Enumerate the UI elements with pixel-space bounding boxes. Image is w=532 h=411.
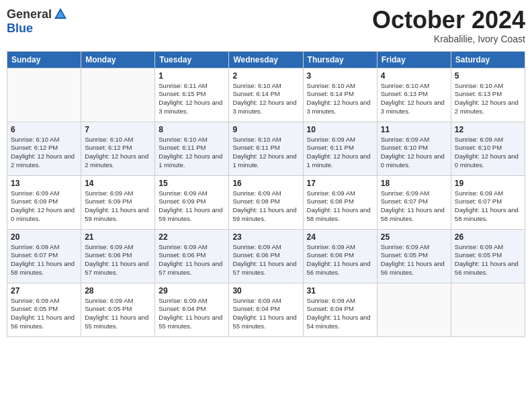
day-number: 18 — [381, 179, 447, 188]
day-number: 14 — [85, 179, 151, 188]
day-info: Sunrise: 6:09 AMSunset: 6:07 PMDaylight:… — [11, 243, 77, 277]
day-number: 29 — [159, 286, 225, 295]
day-number: 30 — [232, 286, 299, 295]
calendar-cell: 16Sunrise: 6:09 AMSunset: 6:08 PMDayligh… — [229, 175, 303, 229]
day-info: Sunrise: 6:09 AMSunset: 6:09 PMDaylight:… — [159, 189, 225, 224]
day-info: Sunrise: 6:09 AMSunset: 6:07 PMDaylight:… — [381, 189, 447, 224]
calendar-cell: 3Sunrise: 6:10 AMSunset: 6:14 PMDaylight… — [303, 68, 377, 122]
day-info: Sunrise: 6:09 AMSunset: 6:04 PMDaylight:… — [232, 297, 299, 331]
calendar-cell: 4Sunrise: 6:10 AMSunset: 6:13 PMDaylight… — [377, 68, 451, 122]
calendar-cell: 21Sunrise: 6:09 AMSunset: 6:06 PMDayligh… — [81, 229, 155, 283]
day-info: Sunrise: 6:09 AMSunset: 6:07 PMDaylight:… — [455, 189, 521, 224]
calendar-cell — [81, 68, 155, 122]
day-number: 9 — [232, 125, 299, 134]
day-number: 6 — [11, 125, 77, 134]
day-number: 1 — [159, 71, 225, 81]
day-info: Sunrise: 6:09 AMSunset: 6:10 PMDaylight:… — [455, 136, 521, 170]
calendar-cell: 28Sunrise: 6:09 AMSunset: 6:05 PMDayligh… — [81, 283, 155, 336]
day-info: Sunrise: 6:11 AMSunset: 6:15 PMDaylight:… — [159, 82, 225, 116]
day-number: 2 — [232, 71, 299, 81]
calendar-cell: 5Sunrise: 6:10 AMSunset: 6:13 PMDaylight… — [451, 68, 525, 122]
day-number: 13 — [11, 179, 77, 188]
calendar-week-row: 6Sunrise: 6:10 AMSunset: 6:12 PMDaylight… — [7, 122, 525, 175]
calendar-cell: 18Sunrise: 6:09 AMSunset: 6:07 PMDayligh… — [377, 175, 451, 229]
calendar-cell: 10Sunrise: 6:09 AMSunset: 6:11 PMDayligh… — [303, 122, 377, 175]
weekday-header-sunday: Sunday — [7, 51, 81, 68]
day-number: 24 — [307, 232, 373, 242]
day-number: 26 — [455, 232, 521, 242]
weekday-header-wednesday: Wednesday — [229, 51, 303, 68]
calendar-week-row: 1Sunrise: 6:11 AMSunset: 6:15 PMDaylight… — [7, 68, 525, 122]
calendar-cell — [451, 283, 525, 336]
day-number: 5 — [455, 71, 521, 81]
day-info: Sunrise: 6:09 AMSunset: 6:06 PMDaylight:… — [85, 243, 151, 277]
day-info: Sunrise: 6:10 AMSunset: 6:12 PMDaylight:… — [11, 136, 77, 170]
day-info: Sunrise: 6:09 AMSunset: 6:05 PMDaylight:… — [11, 297, 77, 331]
calendar-cell: 23Sunrise: 6:09 AMSunset: 6:06 PMDayligh… — [229, 229, 303, 283]
day-info: Sunrise: 6:10 AMSunset: 6:13 PMDaylight:… — [455, 82, 521, 116]
day-number: 22 — [159, 232, 225, 242]
day-number: 23 — [232, 232, 299, 242]
day-number: 8 — [159, 125, 225, 134]
calendar-cell: 15Sunrise: 6:09 AMSunset: 6:09 PMDayligh… — [155, 175, 229, 229]
day-number: 4 — [381, 71, 447, 81]
month-title: October 2024 — [372, 7, 525, 34]
day-number: 10 — [307, 125, 373, 134]
day-info: Sunrise: 6:09 AMSunset: 6:06 PMDaylight:… — [307, 243, 373, 277]
calendar-cell: 12Sunrise: 6:09 AMSunset: 6:10 PMDayligh… — [451, 122, 525, 175]
page-header: General Blue October 2024 Krabalilie, Iv… — [7, 7, 525, 44]
day-number: 12 — [455, 125, 521, 134]
day-number: 21 — [85, 232, 151, 242]
calendar-cell: 6Sunrise: 6:10 AMSunset: 6:12 PMDaylight… — [7, 122, 81, 175]
logo-icon — [53, 7, 68, 21]
calendar-cell: 26Sunrise: 6:09 AMSunset: 6:05 PMDayligh… — [451, 229, 525, 283]
day-info: Sunrise: 6:09 AMSunset: 6:11 PMDaylight:… — [307, 136, 373, 170]
day-number: 19 — [455, 179, 521, 188]
calendar-cell: 27Sunrise: 6:09 AMSunset: 6:05 PMDayligh… — [7, 283, 81, 336]
day-info: Sunrise: 6:10 AMSunset: 6:12 PMDaylight:… — [85, 136, 151, 170]
day-info: Sunrise: 6:09 AMSunset: 6:06 PMDaylight:… — [159, 243, 225, 277]
day-info: Sunrise: 6:09 AMSunset: 6:06 PMDaylight:… — [232, 243, 299, 277]
weekday-header-saturday: Saturday — [451, 51, 525, 68]
day-info: Sunrise: 6:10 AMSunset: 6:11 PMDaylight:… — [159, 136, 225, 170]
calendar-cell: 31Sunrise: 6:09 AMSunset: 6:04 PMDayligh… — [303, 283, 377, 336]
calendar-cell: 2Sunrise: 6:10 AMSunset: 6:14 PMDaylight… — [229, 68, 303, 122]
calendar-cell: 14Sunrise: 6:09 AMSunset: 6:09 PMDayligh… — [81, 175, 155, 229]
logo-blue-text: Blue — [7, 21, 33, 36]
day-info: Sunrise: 6:09 AMSunset: 6:09 PMDaylight:… — [85, 189, 151, 224]
day-info: Sunrise: 6:09 AMSunset: 6:04 PMDaylight:… — [307, 297, 373, 331]
calendar-week-row: 27Sunrise: 6:09 AMSunset: 6:05 PMDayligh… — [7, 283, 525, 336]
day-number: 17 — [307, 179, 373, 188]
calendar-header-row: SundayMondayTuesdayWednesdayThursdayFrid… — [7, 51, 525, 68]
calendar-cell: 30Sunrise: 6:09 AMSunset: 6:04 PMDayligh… — [229, 283, 303, 336]
calendar-cell: 29Sunrise: 6:09 AMSunset: 6:04 PMDayligh… — [155, 283, 229, 336]
calendar-cell: 8Sunrise: 6:10 AMSunset: 6:11 PMDaylight… — [155, 122, 229, 175]
calendar-cell — [377, 283, 451, 336]
weekday-header-monday: Monday — [81, 51, 155, 68]
day-info: Sunrise: 6:10 AMSunset: 6:14 PMDaylight:… — [307, 82, 373, 116]
day-number: 27 — [11, 286, 77, 295]
day-info: Sunrise: 6:09 AMSunset: 6:08 PMDaylight:… — [232, 189, 299, 224]
calendar-week-row: 13Sunrise: 6:09 AMSunset: 6:09 PMDayligh… — [7, 175, 525, 229]
weekday-header-friday: Friday — [377, 51, 451, 68]
calendar-cell — [7, 68, 81, 122]
day-info: Sunrise: 6:09 AMSunset: 6:05 PMDaylight:… — [85, 297, 151, 331]
day-number: 7 — [85, 125, 151, 134]
day-number: 15 — [159, 179, 225, 188]
weekday-header-tuesday: Tuesday — [155, 51, 229, 68]
day-number: 28 — [85, 286, 151, 295]
calendar-cell: 9Sunrise: 6:10 AMSunset: 6:11 PMDaylight… — [229, 122, 303, 175]
day-info: Sunrise: 6:09 AMSunset: 6:04 PMDaylight:… — [159, 297, 225, 331]
weekday-header-thursday: Thursday — [303, 51, 377, 68]
calendar-cell: 24Sunrise: 6:09 AMSunset: 6:06 PMDayligh… — [303, 229, 377, 283]
calendar-cell: 7Sunrise: 6:10 AMSunset: 6:12 PMDaylight… — [81, 122, 155, 175]
calendar-cell: 19Sunrise: 6:09 AMSunset: 6:07 PMDayligh… — [451, 175, 525, 229]
day-number: 31 — [307, 286, 373, 295]
calendar-cell: 11Sunrise: 6:09 AMSunset: 6:10 PMDayligh… — [377, 122, 451, 175]
calendar-cell: 20Sunrise: 6:09 AMSunset: 6:07 PMDayligh… — [7, 229, 81, 283]
day-number: 25 — [381, 232, 447, 242]
day-info: Sunrise: 6:09 AMSunset: 6:08 PMDaylight:… — [307, 189, 373, 224]
day-number: 20 — [11, 232, 77, 242]
day-info: Sunrise: 6:09 AMSunset: 6:10 PMDaylight:… — [381, 136, 447, 170]
location-subtitle: Krabalilie, Ivory Coast — [372, 34, 525, 44]
